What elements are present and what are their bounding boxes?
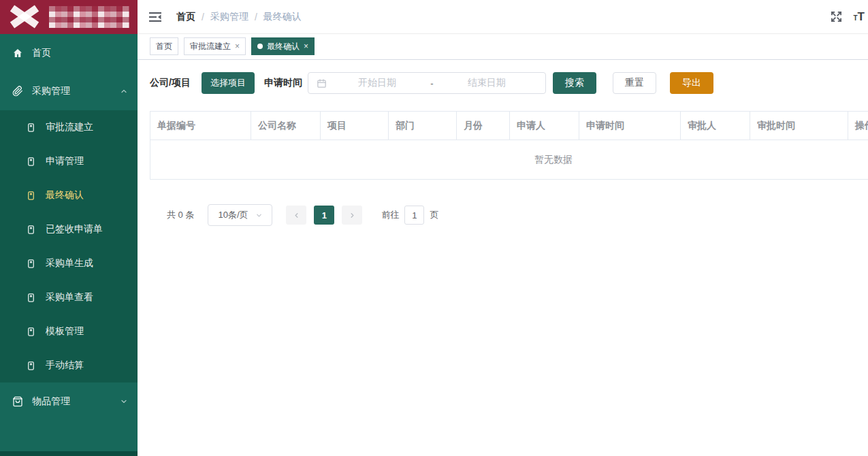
sidebar: 首页 采购管理 审批流建立 申请管理 最终确认 (0, 0, 138, 456)
range-separator: - (428, 78, 436, 88)
tag-icon (26, 258, 37, 269)
navbar-actions: TT (831, 10, 865, 24)
reset-button[interactable]: 重置 (613, 72, 656, 94)
close-icon[interactable]: × (235, 42, 240, 51)
page-unit-label: 页 (430, 209, 438, 221)
goto-label: 前往 (381, 209, 399, 221)
goto-page-group: 前往 页 (381, 206, 438, 225)
font-size-icon[interactable]: TT (854, 10, 865, 24)
sidebar-item-goods[interactable]: 物品管理 (0, 382, 138, 421)
select-project-button[interactable]: 选择项目 (202, 72, 255, 94)
page-size-select[interactable]: 10条/页 (208, 204, 272, 226)
sidebar-item-label: 首页 (32, 47, 51, 59)
company-project-label: 公司/项目 (150, 77, 191, 89)
paperclip-icon (12, 86, 23, 97)
sidebar-item-po-generate[interactable]: 采购单生成 (0, 246, 138, 280)
col-company-name: 公司名称 (251, 112, 321, 140)
breadcrumb-home[interactable]: 首页 (176, 11, 195, 23)
shopping-bag-icon (12, 396, 23, 407)
sidebar-item-apply-manage[interactable]: 申请管理 (0, 144, 138, 178)
breadcrumb-current: 最终确认 (263, 11, 302, 23)
total-count: 共 0 条 (167, 209, 194, 221)
col-department: 部门 (389, 112, 457, 140)
tab-home[interactable]: 首页 (150, 37, 178, 55)
export-button[interactable]: 导出 (670, 72, 713, 94)
sidebar-item-label: 采购管理 (32, 85, 70, 97)
active-tab-dot (257, 44, 263, 49)
breadcrumb-purchase: 采购管理 (210, 11, 248, 23)
close-icon[interactable]: × (304, 42, 308, 51)
sidebar-item-label: 采购单生成 (46, 257, 93, 270)
chevron-down-icon (255, 212, 263, 219)
sidebar-item-label: 申请管理 (46, 155, 84, 167)
breadcrumb: 首页 / 采购管理 / 最终确认 (176, 11, 302, 23)
col-applicant: 申请人 (510, 112, 579, 140)
app-root: 首页 采购管理 审批流建立 申请管理 最终确认 (0, 0, 868, 456)
breadcrumb-separator: / (255, 12, 257, 22)
sidebar-item-label: 最终确认 (46, 189, 84, 201)
sidebar-item-label: 手动结算 (46, 359, 84, 372)
tab-label: 审批流建立 (190, 41, 231, 52)
calendar-icon (317, 78, 327, 88)
goto-page-input[interactable] (404, 206, 424, 225)
filter-bar: 公司/项目 选择项目 申请时间 开始日期 - 结束日期 搜索 重置 导出 (150, 72, 868, 94)
col-doc-number: 单据编号 (150, 112, 251, 140)
sidebar-item-label: 审批流建立 (46, 121, 93, 133)
tag-icon (26, 190, 37, 201)
empty-row: 暂无数据 (150, 140, 868, 180)
empty-placeholder: 暂无数据 (150, 140, 868, 180)
date-range-picker[interactable]: 开始日期 - 结束日期 (308, 72, 546, 94)
sidebar-item-home[interactable]: 首页 (0, 34, 138, 72)
home-icon (12, 48, 23, 59)
current-page-button[interactable]: 1 (314, 206, 334, 225)
breadcrumb-separator: / (202, 12, 204, 22)
col-month: 月份 (457, 112, 510, 140)
sidebar-item-purchase[interactable]: 采购管理 (0, 72, 138, 110)
tab-label: 首页 (156, 41, 172, 52)
tag-icon (26, 156, 37, 167)
prev-page-button[interactable] (286, 206, 306, 225)
tag-icon (26, 326, 37, 337)
col-approver: 审批人 (681, 112, 750, 140)
col-approve-time: 审批时间 (750, 112, 848, 140)
sidebar-bottom-strip (0, 451, 138, 456)
tags-view-bar: 首页 审批流建立 × 最终确认 × (138, 34, 868, 60)
sidebar-item-final-confirm[interactable]: 最终确认 (0, 178, 138, 212)
chevron-down-icon (120, 397, 128, 406)
col-actions: 操作 (848, 112, 868, 140)
data-table: 单据编号 公司名称 项目 部门 月份 申请人 申请时间 审批人 审批时间 操作 (150, 111, 868, 180)
tag-icon (26, 360, 37, 371)
search-button[interactable]: 搜索 (553, 72, 596, 94)
tab-final-confirm[interactable]: 最终确认 × (251, 37, 315, 55)
col-project: 项目 (321, 112, 389, 140)
end-date-placeholder[interactable]: 结束日期 (436, 77, 537, 89)
top-navbar: 首页 / 采购管理 / 最终确认 TT (138, 0, 868, 34)
chevron-up-icon (120, 87, 128, 95)
sidebar-item-template-manage[interactable]: 模板管理 (0, 314, 138, 348)
page-size-value: 10条/页 (218, 209, 248, 221)
sidebar-item-label: 模板管理 (46, 325, 84, 338)
page-content: 公司/项目 选择项目 申请时间 开始日期 - 结束日期 搜索 重置 导出 (138, 60, 868, 456)
purchase-submenu: 审批流建立 申请管理 最终确认 已签收申请单 采购单生成 采购单查看 (0, 110, 138, 382)
start-date-placeholder[interactable]: 开始日期 (327, 77, 428, 89)
tag-icon (26, 292, 37, 303)
fullscreen-icon[interactable] (831, 11, 842, 22)
data-table-wrapper: 单据编号 公司名称 项目 部门 月份 申请人 申请时间 审批人 审批时间 操作 (150, 111, 868, 180)
menu-fold-icon[interactable] (149, 10, 163, 24)
tab-label: 最终确认 (267, 41, 300, 52)
main-area: 首页 / 采购管理 / 最终确认 TT 首页 审批流建立 × (138, 0, 868, 456)
tab-approval-flow[interactable]: 审批流建立 × (184, 37, 246, 55)
next-page-button[interactable] (342, 206, 362, 225)
logo-redacted-text (49, 6, 129, 28)
pagination-bar: 共 0 条 10条/页 1 前往 页 (150, 204, 868, 226)
sidebar-item-manual-settle[interactable]: 手动结算 (0, 348, 138, 382)
sidebar-item-po-view[interactable]: 采购单查看 (0, 280, 138, 314)
sidebar-item-label: 物品管理 (32, 395, 70, 408)
sidebar-item-label: 采购单查看 (46, 291, 93, 304)
tag-icon (26, 122, 37, 133)
sidebar-item-approval-flow[interactable]: 审批流建立 (0, 110, 138, 144)
tag-icon (26, 224, 37, 235)
app-logo (0, 0, 138, 34)
table-header-row: 单据编号 公司名称 项目 部门 月份 申请人 申请时间 审批人 审批时间 操作 (150, 112, 868, 140)
sidebar-item-signed-forms[interactable]: 已签收申请单 (0, 212, 138, 246)
